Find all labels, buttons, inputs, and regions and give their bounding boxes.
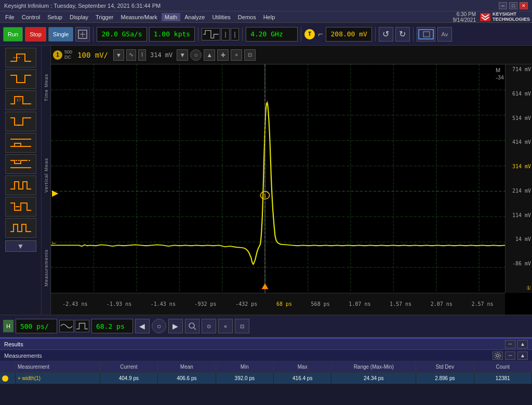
measurements-label[interactable]: Measurements — [44, 249, 49, 287]
scale-614: 614 mV — [512, 91, 531, 97]
menu-setup[interactable]: Setup — [44, 13, 65, 21]
redo-button[interactable]: ↻ — [395, 27, 410, 42]
time-meas-label[interactable]: Time Meas — [44, 74, 49, 101]
sidebar-icon-fall[interactable] — [5, 69, 36, 89]
ch-down-btn[interactable]: ▼ — [177, 49, 188, 61]
keysight-logo: KEYSIGHT TECHNOLOGIES — [480, 12, 530, 22]
th-count[interactable]: Count — [474, 361, 532, 372]
sidebar-icon-pulse-wave[interactable] — [5, 218, 36, 238]
meas-settings-btn[interactable] — [493, 352, 503, 360]
th-mean[interactable]: Mean — [158, 361, 216, 372]
auto-scale-button[interactable] — [75, 27, 90, 42]
sidebar-icon-meas2[interactable] — [5, 197, 36, 217]
scale-14: 14 mV — [515, 236, 531, 242]
minimize-button[interactable]: ─ — [499, 2, 507, 9]
th-max[interactable]: Max — [274, 361, 331, 372]
zoom-button[interactable] — [185, 319, 200, 333]
tb-arrows-button[interactable]: « — [218, 319, 233, 333]
th-range[interactable]: Range (Max-Min) — [331, 361, 416, 372]
sidebar-icon-runt1[interactable] — [5, 133, 36, 153]
results-header: Results ─ ▲ — [0, 339, 532, 350]
ch-up-btn[interactable]: ▲ — [204, 49, 215, 61]
zoom-select-button[interactable] — [417, 27, 435, 42]
run-button[interactable]: Run — [3, 27, 23, 42]
menu-math[interactable]: Math — [162, 13, 180, 21]
time-offset-display: 68.2 ps — [91, 319, 133, 333]
td-measurement: + width(1) — [16, 373, 100, 384]
vertical-meas-label[interactable]: Vertical Meas — [44, 158, 49, 193]
menu-utilities[interactable]: Utilities — [209, 13, 233, 21]
meas-expand[interactable]: ▲ — [517, 352, 528, 360]
nav-left-button[interactable]: ◀ — [135, 319, 150, 333]
th-current[interactable]: Current — [100, 361, 158, 372]
stop-button[interactable]: Stop — [25, 27, 46, 42]
tb-ref-button[interactable]: ⊡ — [235, 319, 249, 333]
table-row[interactable]: + width(1) 404.9 ps 406.6 ps 392.0 ps 41… — [0, 373, 532, 384]
ch-ref-btn[interactable]: ⊡ — [244, 49, 256, 61]
channel-number[interactable]: 1 — [53, 50, 62, 60]
menu-measure-mark[interactable]: Measure/Mark — [117, 13, 160, 21]
time-label-10: 2.57 ns — [471, 301, 493, 307]
timebase-label: H — [3, 320, 14, 332]
td-min: 392.0 ps — [216, 373, 274, 384]
ch-scale-down[interactable]: ▼ — [113, 49, 124, 61]
ch-arrows-btn[interactable]: « — [231, 49, 242, 61]
sidebar-icon-pulse-pos[interactable]: 17 — [5, 90, 36, 110]
timebase-wave-btn2[interactable] — [75, 320, 89, 332]
cursor-button[interactable]: Av — [437, 27, 452, 42]
results-panel: Results ─ ▲ Measurements ─ ▲ Measurement… — [0, 338, 532, 405]
ch-scale-wave1[interactable]: ∿ — [126, 49, 136, 61]
undo-button[interactable]: ↺ — [379, 27, 393, 42]
th-min[interactable]: Min — [216, 361, 274, 372]
meas-minimize[interactable]: ─ — [505, 352, 515, 360]
sidebar-icon-rise[interactable] — [5, 48, 36, 68]
th-stddev[interactable]: Std Dev — [416, 361, 474, 372]
timebase-wave-btn1[interactable] — [59, 320, 74, 332]
measurements-settings: ─ ▲ — [493, 352, 528, 360]
nav-right-button[interactable]: ▶ — [168, 319, 183, 333]
channel-scale[interactable]: 100 mV/ — [74, 51, 111, 59]
sample-rate-display: 20.0 GSa/s — [97, 27, 147, 42]
menu-trigger[interactable]: Trigger — [92, 13, 116, 21]
menu-file[interactable]: File — [2, 13, 18, 21]
trigger-level-arrow: ▶ — [52, 188, 58, 198]
time-label-0: -2.43 ns — [62, 301, 87, 307]
scope-display: 1 500 DC 100 mV/ ▼ ∿ ⌇ 314 mV ▼ ○ ▲ + « … — [51, 46, 532, 315]
divider-3 — [242, 27, 243, 42]
nav-circle-button[interactable]: ○ — [152, 319, 166, 333]
ch-plus-btn[interactable]: + — [217, 49, 229, 61]
window-buttons: ─ □ ✕ — [499, 2, 528, 9]
time-label-6: 568 ps — [311, 301, 330, 307]
time-label-8: 1.57 ns — [390, 301, 411, 307]
results-minimize[interactable]: ─ — [505, 340, 515, 348]
menu-demos[interactable]: Demos — [235, 13, 259, 21]
sidebar-icon-meas1[interactable] — [5, 176, 36, 195]
menu-help[interactable]: Help — [260, 13, 278, 21]
th-measurement[interactable]: Measurement — [16, 361, 100, 372]
svg-text:17: 17 — [16, 98, 21, 102]
channel-header: 1 500 DC 100 mV/ ▼ ∿ ⌇ 314 mV ▼ ○ ▲ + « … — [51, 46, 532, 64]
results-expand[interactable]: ▲ — [517, 340, 528, 348]
m-db-label: M -34 — [496, 66, 504, 82]
scale-214: 214 mV — [512, 188, 531, 194]
menu-display[interactable]: Display — [66, 13, 91, 21]
svg-rect-3 — [419, 30, 433, 39]
ch-scale-wave2[interactable]: ⌇ — [138, 49, 146, 61]
scale-414: 414 mV — [512, 139, 531, 145]
table-header: Measurement Current Mean Min Max Range (… — [0, 361, 532, 373]
sidebar-icon-pulse-neg[interactable] — [5, 112, 36, 131]
single-button[interactable]: Single — [48, 27, 74, 42]
row-indicator — [2, 375, 8, 382]
maximize-button[interactable]: □ — [509, 2, 517, 9]
sidebar-icon-runt2[interactable] — [5, 154, 36, 174]
sidebar-scroll-down[interactable]: ▼ — [5, 240, 36, 252]
ch-circle-btn[interactable]: ○ — [190, 49, 202, 61]
waveform-area: 1 ▶ ⊢ — [51, 64, 522, 293]
memory-depth-display: 1.00 kpts — [149, 27, 195, 42]
menu-analyze[interactable]: Analyze — [181, 13, 208, 21]
menu-control[interactable]: Control — [19, 13, 43, 21]
scale-n86: -86 mV — [512, 261, 531, 266]
close-button[interactable]: ✕ — [520, 2, 528, 9]
link-button[interactable]: ⊙ — [202, 319, 216, 333]
results-title: Results — [4, 341, 23, 347]
